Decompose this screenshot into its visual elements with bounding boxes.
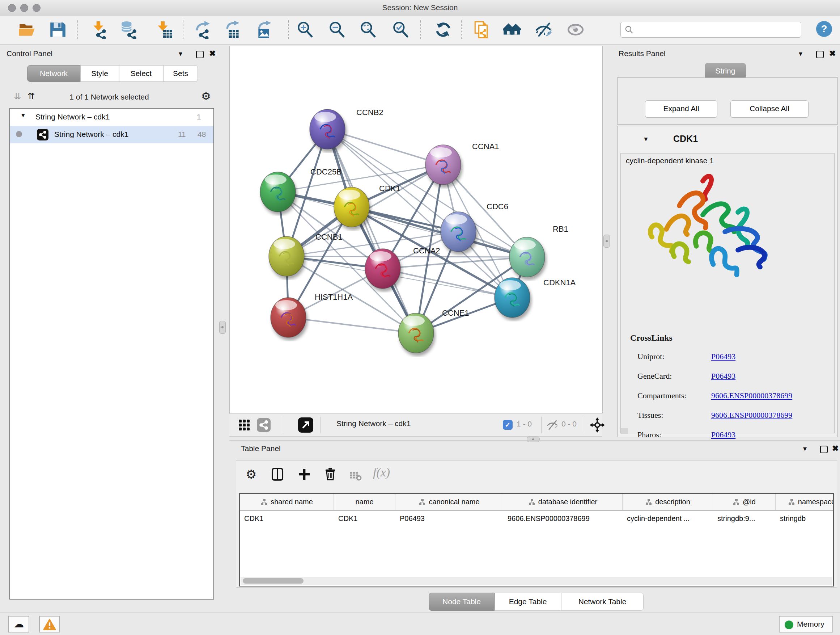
grid-view-icon[interactable] (238, 419, 250, 432)
detach-view-icon[interactable] (298, 417, 313, 434)
close-panel-icon[interactable]: ✖ (832, 444, 838, 453)
show-columns-icon[interactable] (270, 467, 285, 483)
edge-CDC25B-RB1[interactable] (278, 192, 527, 257)
tab-string[interactable]: String (705, 63, 746, 79)
delete-column-icon[interactable] (323, 467, 338, 483)
results-gene-panel: ▼ CDK1 cyclin-dependent kinase 1 CrossLi… (617, 126, 838, 437)
node-CCNA2[interactable] (365, 249, 401, 288)
selected-checkbox-icon[interactable]: ✓ (503, 420, 513, 430)
node-CCNE1[interactable] (398, 313, 434, 353)
node-RB1[interactable] (509, 237, 545, 277)
node-label-CDK1: CDK1 (379, 184, 401, 193)
float-panel-icon[interactable] (196, 51, 204, 58)
export-image-icon[interactable] (256, 21, 273, 39)
float-panel-icon[interactable] (816, 51, 824, 58)
scrollbar-thumb[interactable] (243, 578, 303, 584)
create-column-icon[interactable] (297, 467, 311, 483)
tab-edge-table[interactable]: Edge Table (494, 593, 561, 611)
zoom-in-icon[interactable] (296, 21, 314, 39)
open-session-icon[interactable] (18, 21, 36, 39)
collapse-all-button[interactable]: Collapse All (730, 100, 808, 118)
node-CCNB2[interactable] (309, 109, 345, 149)
column-header-namespace[interactable]: namespace (775, 494, 834, 510)
table-cell[interactable]: CDK1 (240, 510, 334, 526)
expand-all-tree-icon[interactable]: ⇈ (27, 91, 35, 101)
export-table-icon[interactable] (224, 21, 242, 39)
table-cell[interactable]: stringdb:9... (713, 510, 775, 526)
node-CCNB1[interactable] (269, 236, 304, 276)
import-network-file-icon[interactable] (90, 21, 108, 39)
tab-select[interactable]: Select (119, 65, 163, 82)
collapse-panel-icon[interactable]: ▾ (179, 49, 182, 58)
crosslink-link[interactable]: P06493 (711, 352, 736, 361)
import-network-database-icon[interactable] (119, 21, 137, 39)
tab-style[interactable]: Style (80, 65, 119, 82)
table-row[interactable]: CDK1CDK1P064939606.ENSP00000378699cyclin… (240, 510, 834, 526)
collapse-panel-icon[interactable]: ▾ (799, 49, 802, 58)
column-header-id[interactable]: @id (713, 494, 775, 510)
zoom-fit-icon[interactable] (359, 21, 377, 39)
tab-sets[interactable]: Sets (163, 65, 198, 82)
refresh-icon[interactable] (434, 21, 452, 39)
table-cell[interactable]: CDK1 (334, 510, 395, 526)
export-network-icon[interactable] (194, 21, 212, 39)
node-HIST1H1A[interactable] (271, 298, 306, 337)
collection-expander-icon[interactable]: ▼ (20, 112, 26, 119)
table-cell[interactable]: P06493 (395, 510, 503, 526)
edge-RB1-CCNB1[interactable] (286, 256, 527, 257)
horizontal-scrollbar[interactable] (240, 577, 832, 585)
table-cell[interactable]: stringdb (775, 510, 834, 526)
tab-network-table[interactable]: Network Table (561, 593, 644, 611)
node-CDK1[interactable] (334, 187, 369, 227)
left-splitter-handle[interactable] (219, 321, 226, 334)
table-cell[interactable]: cyclin-dependent ... (622, 510, 713, 526)
crosslink-link[interactable]: 9606.ENSP00000378699 (711, 391, 792, 401)
save-session-icon[interactable] (49, 21, 66, 39)
warnings-button[interactable] (39, 616, 60, 632)
column-header-database-identifier[interactable]: database identifier (503, 494, 622, 510)
cloud-button[interactable]: ☁ (8, 616, 29, 632)
network-options-gear-icon[interactable]: ⚙ (201, 90, 211, 103)
table-cell[interactable]: 9606.ENSP00000378699 (503, 510, 622, 526)
pan-move-icon[interactable] (590, 417, 605, 434)
import-table-icon[interactable] (155, 21, 173, 39)
collapse-all-tree-icon[interactable]: ⇊ (14, 91, 21, 101)
collapse-panel-icon[interactable]: ▾ (803, 444, 807, 453)
network-collection-row[interactable]: ▼ String Network – cdk1 1 (10, 109, 213, 126)
tab-network[interactable]: Network (27, 65, 80, 82)
network-canvas[interactable]: CCNB2CCNA1CDC25BCDK1CDC6RB1CCNB1CCNA2CDK… (229, 46, 603, 413)
edge-HIST1H1A-CCNE1[interactable] (288, 318, 416, 333)
tab-node-table[interactable]: Node Table (429, 593, 494, 611)
zoom-out-icon[interactable] (328, 21, 346, 39)
edge-CCNB2-CCNE1[interactable] (327, 129, 416, 333)
node-CDKN1A[interactable] (494, 278, 530, 318)
close-panel-icon[interactable]: ✖ (209, 49, 216, 58)
float-panel-icon[interactable] (820, 446, 828, 453)
node-CDC6[interactable] (441, 212, 476, 252)
node-CCNA1[interactable] (425, 145, 461, 185)
network-share-view-icon[interactable] (257, 418, 271, 433)
gene-expander-icon[interactable]: ▼ (643, 136, 649, 143)
column-header-name[interactable]: name (334, 494, 395, 510)
column-header-canonical-name[interactable]: canonical name (395, 494, 503, 510)
column-header-shared-name[interactable]: shared name (240, 494, 334, 510)
help-button[interactable]: ? (816, 21, 832, 37)
close-panel-icon[interactable]: ✖ (829, 49, 836, 58)
toolbar-separator (461, 20, 462, 39)
column-header-description[interactable]: description (622, 494, 713, 510)
hide-unhide-icon[interactable] (535, 21, 553, 39)
expand-all-button[interactable]: Expand All (645, 100, 717, 118)
network-row[interactable]: String Network – cdk1 11 48 (10, 126, 213, 143)
eye-icon[interactable] (567, 21, 584, 39)
node-CDC25B[interactable] (260, 172, 295, 212)
table-settings-gear-icon[interactable]: ⚙ (246, 467, 256, 481)
search-input[interactable] (637, 24, 797, 36)
crosslink-link[interactable]: 9606.ENSP00000378699 (711, 410, 792, 420)
right-splitter-handle[interactable] (603, 234, 610, 248)
zoom-selected-icon[interactable] (392, 21, 409, 39)
home-networks-icon[interactable] (503, 21, 521, 39)
crosslink-link[interactable]: P06493 (711, 371, 736, 381)
crosslink-link[interactable]: P06493 (711, 430, 736, 440)
duplicate-network-icon[interactable] (473, 21, 491, 39)
memory-button[interactable]: Memory (779, 616, 833, 632)
